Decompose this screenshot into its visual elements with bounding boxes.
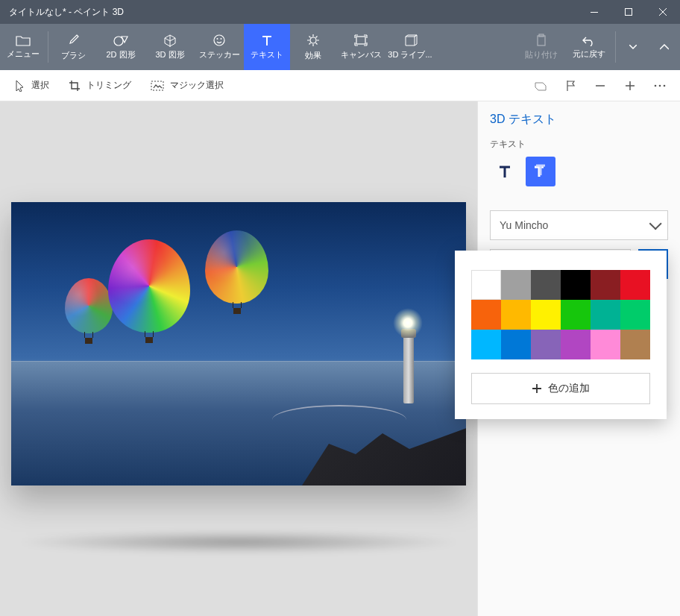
sticker-icon [212,34,226,47]
magic-select-tool[interactable]: マジック選択 [143,76,231,95]
color-palette-popup: 色の追加 [455,251,667,419]
color-swatch[interactable] [591,270,620,300]
plus-icon [532,383,542,394]
svg-point-6 [310,37,316,43]
minimize-button[interactable] [577,0,611,24]
view-3d-button[interactable] [528,75,553,96]
zoom-in-button[interactable] [617,75,643,96]
workspace: 3D テキスト テキスト Yu Mincho 48 [0,101,680,616]
color-swatch[interactable] [531,330,561,359]
ribbon-label: ステッカー [199,49,240,60]
font-select[interactable]: Yu Mincho [490,210,668,240]
pointer-icon [15,80,25,92]
ribbon-3d-shapes[interactable]: 3D 図形 [145,24,195,70]
shapes-2d-icon [113,34,129,47]
color-swatch[interactable] [471,330,501,359]
color-swatch[interactable] [501,300,531,330]
ribbon-label: 効果 [305,50,321,61]
ribbon-2d-shapes[interactable]: 2D 図形 [96,24,145,70]
sub-toolbar: 選択 トリミング マジック選択 [0,70,680,101]
color-swatch[interactable] [591,300,620,330]
svg-point-12 [659,84,661,87]
close-button[interactable] [646,0,680,24]
svg-rect-7 [356,37,365,44]
crop-icon [69,80,81,92]
svg-rect-8 [538,36,545,45]
canvas-image [11,202,466,485]
panel-title: 3D テキスト [490,112,668,128]
ribbon-label: 3D 図形 [155,49,184,60]
menu-label: メニュー [7,48,40,60]
ribbon-label: キャンバス [341,49,382,60]
svg-point-13 [664,84,666,87]
svg-point-5 [221,38,222,40]
text-3d-button[interactable] [526,157,555,186]
svg-rect-1 [626,9,632,16]
color-swatch[interactable] [591,330,620,359]
add-color-button[interactable]: 色の追加 [471,373,650,404]
ribbon-label: 2D 図形 [106,49,135,60]
history-dropdown[interactable] [617,24,649,70]
color-swatch[interactable] [531,270,561,300]
svg-rect-0 [591,12,598,13]
ribbon-label: 貼り付け [525,49,558,60]
folder-icon [16,34,31,46]
ribbon-canvas[interactable]: キャンバス [336,24,385,70]
ribbon-paste: 貼り付け [518,24,564,70]
color-swatch[interactable] [501,330,531,359]
library-icon [403,34,418,47]
paste-icon [535,34,548,47]
svg-point-11 [655,84,657,87]
magic-label: マジック選択 [170,79,224,92]
brush-icon [66,33,81,48]
color-swatch[interactable] [471,270,501,300]
collapse-ribbon[interactable] [649,24,680,70]
svg-point-4 [217,38,218,40]
ribbon-effects[interactable]: 効果 [290,24,336,70]
effects-icon [306,33,321,48]
color-swatch[interactable] [471,300,501,330]
text-icon [260,34,274,47]
color-swatch[interactable] [561,300,591,330]
select-label: 選択 [31,79,49,92]
more-button[interactable] [647,75,673,96]
color-swatch[interactable] [501,270,531,300]
svg-point-3 [214,35,224,45]
text-2d-button[interactable] [490,157,520,186]
maximize-button[interactable] [611,0,646,24]
canvas-area[interactable] [0,101,477,616]
chevron-down-icon [649,217,662,230]
ribbon-label: テキスト [251,49,283,60]
font-value: Yu Mincho [500,219,548,231]
crop-label: トリミング [86,79,131,92]
menu-button[interactable]: メニュー [0,24,46,70]
canvas-icon [353,34,368,47]
zoom-out-button[interactable] [588,75,613,96]
magic-select-icon [151,81,164,91]
side-panel: 3D テキスト テキスト Yu Mincho 48 [477,101,680,616]
flag-button[interactable] [558,75,583,96]
window-title: タイトルなし* - ペイント 3D [9,6,577,19]
ribbon-brushes[interactable]: ブラシ [50,24,96,70]
add-color-label: 色の追加 [548,382,590,395]
ribbon-undo[interactable]: 元に戻す [564,24,614,70]
select-tool[interactable]: 選択 [7,76,57,95]
color-swatch[interactable] [561,330,591,359]
ribbon-label: 元に戻す [573,48,605,60]
color-swatch-grid [471,270,650,359]
ribbon-label: ブラシ [61,50,86,61]
ribbon-label: 3D ライブ... [388,49,432,60]
ribbon-stickers[interactable]: ステッカー [195,24,244,70]
svg-point-2 [114,37,123,45]
shapes-3d-icon [163,34,177,47]
color-swatch[interactable] [561,270,591,300]
color-swatch[interactable] [620,270,650,300]
crop-tool[interactable]: トリミング [61,76,139,95]
ribbon-text[interactable]: テキスト [244,24,290,70]
ribbon-3d-library[interactable]: 3D ライブ... [385,24,435,70]
color-swatch[interactable] [531,300,561,330]
svg-rect-10 [151,81,163,90]
color-swatch[interactable] [620,300,650,330]
undo-icon [582,34,596,46]
color-swatch[interactable] [620,330,650,359]
